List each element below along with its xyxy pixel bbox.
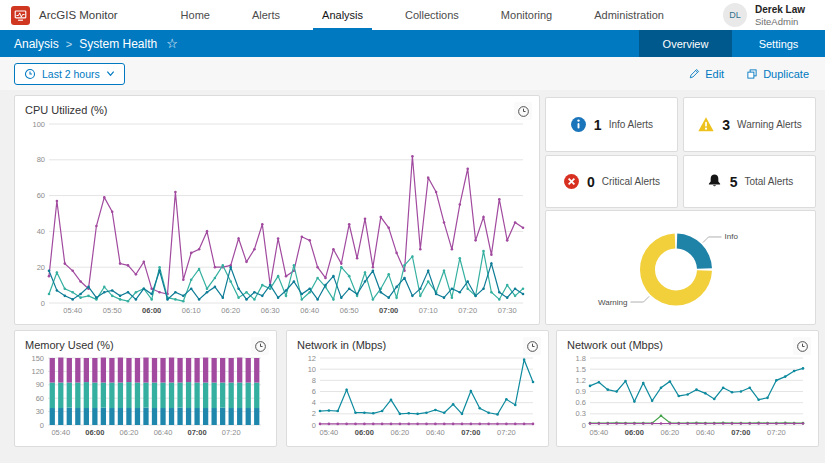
breadcrumb: Analysis > System Health ☆ [14,36,178,51]
network-in-card: Network in (Mbps) 02468101205:4006:0006:… [286,330,549,447]
network-out-time-settings-button[interactable] [793,337,811,355]
svg-text:0: 0 [312,421,316,430]
total-alert-count: 5 [730,174,738,190]
cpu-time-settings-button[interactable] [514,102,532,120]
tab-settings[interactable]: Settings [732,30,825,57]
svg-text:07:00: 07:00 [461,428,480,437]
toolbar: Last 2 hours Edit Duplicate [0,57,825,90]
svg-text:06:20: 06:20 [120,428,139,437]
clock-icon [796,340,809,353]
svg-text:06:40: 06:40 [696,428,715,437]
tab-overview[interactable]: Overview [639,30,732,57]
svg-text:8: 8 [312,376,316,385]
memory-used-card: Memory Used (%) 030609012015005:4006:000… [14,330,277,447]
clock-icon [526,340,539,353]
svg-text:06:40: 06:40 [154,428,173,437]
user-role: SiteAdmin [755,16,815,27]
alerts-donut-card: InfoWarning [545,210,816,325]
alerts-donut-chart: InfoWarning [546,211,815,324]
svg-text:30: 30 [36,407,44,416]
view-tabs: Overview Settings [639,30,825,57]
svg-text:06:40: 06:40 [300,306,319,315]
warning-alert-count: 3 [722,117,730,133]
memory-chart-title: Memory Used (%) [15,331,276,351]
svg-text:07:20: 07:20 [497,428,516,437]
nav-item-monitoring[interactable]: Monitoring [480,0,573,30]
memory-chart: 030609012015005:4006:0006:2006:4007:0007… [22,352,269,438]
svg-text:0: 0 [40,421,44,430]
svg-text:150: 150 [31,354,44,363]
pencil-icon [688,68,700,80]
nav-item-collections[interactable]: Collections [384,0,480,30]
svg-text:0.6: 0.6 [576,398,586,407]
dashboard-content: CPU Utilized (%) 02040608010005:4005:500… [0,90,825,463]
svg-text:4: 4 [312,398,316,407]
total-alerts-card[interactable]: 5 Total Alerts [683,155,816,208]
memory-time-settings-button[interactable] [251,337,269,355]
warning-alert-label: Warning Alerts [737,119,802,130]
time-range-label: Last 2 hours [42,68,100,80]
svg-text:Warning: Warning [598,298,628,307]
user-info: Derek Law SiteAdmin [755,4,815,27]
svg-text:05:40: 05:40 [51,428,70,437]
svg-text:2: 2 [312,409,316,418]
svg-text:60: 60 [36,394,44,403]
svg-text:06:20: 06:20 [660,428,679,437]
svg-text:1.2: 1.2 [576,376,586,385]
critical-alerts-card[interactable]: 0 Critical Alerts [545,155,678,208]
cpu-chart-title: CPU Utilized (%) [15,96,539,116]
user-name: Derek Law [755,4,815,16]
svg-text:07:20: 07:20 [767,428,786,437]
svg-text:06:30: 06:30 [261,306,280,315]
network-in-chart-title: Network in (Mbps) [287,331,548,351]
svg-text:0: 0 [41,299,45,308]
svg-text:120: 120 [31,367,44,376]
brand-title: ArcGIS Monitor [39,9,118,21]
svg-text:05:40: 05:40 [589,428,608,437]
svg-text:05:50: 05:50 [103,306,122,315]
arcgis-monitor-logo-icon [11,6,30,25]
nav-item-home[interactable]: Home [160,0,231,30]
breadcrumb-section[interactable]: Analysis [14,37,59,51]
duplicate-label: Duplicate [763,68,809,80]
svg-text:1.8: 1.8 [576,354,586,363]
cpu-utilized-card: CPU Utilized (%) 02040608010005:4005:500… [14,95,540,325]
svg-text:07:00: 07:00 [379,306,398,315]
network-out-chart: 00.30.60.91.21.51.805:4006:0006:2006:400… [564,352,811,438]
nav-item-alerts[interactable]: Alerts [231,0,301,30]
duplicate-button[interactable]: Duplicate [746,68,809,80]
info-alerts-card[interactable]: 1 Info Alerts [545,97,678,152]
network-in-chart: 02468101205:4006:0006:2006:4007:0007:20 [294,352,541,438]
nav-item-analysis[interactable]: Analysis [301,0,384,30]
critical-x-icon [563,173,580,190]
svg-text:06:20: 06:20 [390,428,409,437]
svg-text:12: 12 [308,354,316,363]
network-in-time-settings-button[interactable] [523,337,541,355]
nav-item-administration[interactable]: Administration [573,0,685,30]
svg-text:06:20: 06:20 [221,306,240,315]
warning-alerts-card[interactable]: 3 Warning Alerts [683,97,816,152]
svg-text:07:10: 07:10 [419,306,438,315]
user-block[interactable]: DL Derek Law SiteAdmin [723,3,825,27]
chevron-down-icon [106,69,115,78]
cpu-chart: 02040608010005:4005:5006:0006:1006:2006:… [23,118,531,316]
svg-text:05:40: 05:40 [319,428,338,437]
warning-triangle-icon [697,116,715,133]
svg-text:06:00: 06:00 [85,428,104,437]
edit-button[interactable]: Edit [688,68,724,80]
bell-icon [706,173,723,190]
svg-text:90: 90 [36,380,44,389]
time-range-button[interactable]: Last 2 hours [14,63,125,85]
svg-text:06:00: 06:00 [142,306,161,315]
svg-text:20: 20 [37,263,45,272]
avatar[interactable]: DL [723,3,747,27]
favorite-star-icon[interactable]: ☆ [166,36,178,51]
svg-text:06:00: 06:00 [625,428,644,437]
svg-text:07:30: 07:30 [498,306,517,315]
svg-text:06:10: 06:10 [182,306,201,315]
svg-text:06:40: 06:40 [426,428,445,437]
svg-text:1.5: 1.5 [576,365,586,374]
top-nav: ArcGIS Monitor Home Alerts Analysis Coll… [0,0,825,30]
svg-text:Info: Info [725,232,739,241]
info-alert-count: 1 [594,117,602,133]
